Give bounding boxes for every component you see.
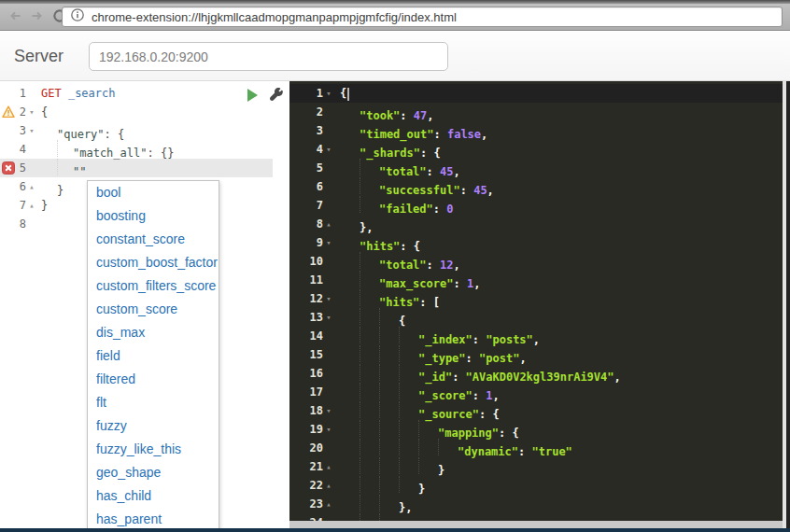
response-line[interactable]: 3"timed_out": false, bbox=[289, 121, 783, 140]
response-line[interactable]: 14"_index": "posts", bbox=[289, 327, 783, 345]
response-line[interactable]: 4▾"_shards": { bbox=[289, 140, 783, 159]
fold-up-icon[interactable]: ▴ bbox=[323, 457, 334, 476]
response-line[interactable]: 8▴}, bbox=[289, 215, 783, 233]
autocomplete-item[interactable]: filtered bbox=[88, 368, 219, 391]
response-line[interactable]: 20"dynamic": "true" bbox=[289, 439, 783, 457]
server-input[interactable] bbox=[89, 42, 448, 71]
response-line[interactable]: 7"failed": 0 bbox=[289, 196, 783, 215]
browser-chrome: chrome-extension://lhjgkmllcaadmopgmanpa… bbox=[0, 0, 790, 31]
line-number: 6 bbox=[20, 177, 26, 196]
request-line[interactable]: 2▾{ bbox=[0, 103, 273, 121]
autocomplete-item[interactable]: geo_shape bbox=[88, 461, 219, 484]
server-label: Server bbox=[14, 47, 63, 66]
page-info-icon[interactable] bbox=[70, 7, 85, 26]
response-line[interactable]: 9▾"hits": { bbox=[289, 233, 783, 252]
autocomplete-dropdown: boolboostingconstant_scorecustom_boost_f… bbox=[87, 180, 219, 529]
line-number: 12 bbox=[310, 289, 323, 308]
autocomplete-item[interactable]: dis_max bbox=[88, 321, 219, 344]
fold-down-icon[interactable]: ▾ bbox=[26, 121, 37, 140]
response-line[interactable]: 6"successful": 45, bbox=[289, 177, 783, 196]
window-right-border bbox=[786, 81, 790, 532]
fold-up-icon[interactable]: ▴ bbox=[26, 177, 37, 196]
response-line[interactable]: 24▾{ bbox=[289, 513, 783, 521]
request-line[interactable]: 5"" bbox=[0, 159, 273, 177]
response-line[interactable]: 22▴} bbox=[289, 476, 783, 495]
autocomplete-item[interactable]: boosting bbox=[88, 204, 219, 228]
autocomplete-item[interactable]: bool bbox=[88, 181, 219, 204]
autocomplete-item[interactable]: fuzzy_like_this bbox=[88, 438, 219, 461]
fold-down-icon[interactable]: ▾ bbox=[323, 513, 334, 521]
fold-down-icon[interactable]: ▾ bbox=[26, 103, 37, 121]
window-top-edge bbox=[0, 0, 790, 4]
line-number: 8 bbox=[317, 215, 323, 233]
response-line[interactable]: 16"_id": "AVaKD0V2kgl39nrAi9V4", bbox=[289, 364, 783, 383]
response-line[interactable]: 23▴}, bbox=[289, 495, 783, 513]
response-line[interactable]: 10"total": 12, bbox=[289, 252, 783, 271]
fold-down-icon[interactable]: ▾ bbox=[323, 289, 334, 308]
line-number: 3 bbox=[20, 121, 26, 140]
line-number: 1 bbox=[20, 84, 26, 103]
response-line[interactable]: 15"_type": "post", bbox=[289, 345, 783, 364]
response-line[interactable]: 13▾{ bbox=[289, 308, 783, 327]
response-line[interactable]: 18▾"_source": { bbox=[289, 401, 783, 420]
autocomplete-item[interactable]: constant_score bbox=[88, 228, 219, 251]
line-number: 2 bbox=[317, 103, 323, 121]
response-line[interactable]: 17"_score": 1, bbox=[289, 383, 783, 401]
line-number: 1 bbox=[317, 84, 323, 103]
response-line[interactable]: 11"max_score": 1, bbox=[289, 271, 783, 289]
fold-down-icon[interactable]: ▾ bbox=[323, 233, 334, 252]
line-number: 14 bbox=[310, 327, 323, 345]
fold-up-icon[interactable]: ▴ bbox=[323, 476, 334, 495]
autocomplete-item[interactable]: field bbox=[88, 344, 219, 368]
request-line[interactable]: 4"match_all": {} bbox=[0, 140, 273, 159]
line-number: 2 bbox=[20, 103, 26, 121]
response-line[interactable]: 1▾{ bbox=[289, 84, 783, 103]
line-number: 7 bbox=[317, 196, 323, 215]
back-icon[interactable] bbox=[6, 6, 24, 26]
fold-down-icon[interactable]: ▾ bbox=[323, 140, 334, 159]
line-number: 20 bbox=[310, 439, 323, 457]
fold-up-icon[interactable]: ▴ bbox=[323, 215, 334, 233]
response-line[interactable]: 2"took": 47, bbox=[289, 103, 783, 121]
workspace: 1GET _search2▾{3▾"query": {4"match_all":… bbox=[0, 81, 790, 532]
response-line[interactable]: 12▾"hits": [ bbox=[289, 289, 783, 308]
forward-icon[interactable] bbox=[28, 6, 47, 26]
autocomplete-item[interactable]: custom_filters_score bbox=[88, 274, 219, 298]
server-toolbar: Server bbox=[0, 32, 790, 81]
line-number: 13 bbox=[310, 308, 323, 327]
send-request-icon[interactable] bbox=[247, 89, 258, 102]
fold-down-icon[interactable]: ▾ bbox=[323, 84, 334, 103]
request-line[interactable]: 1GET _search bbox=[0, 84, 273, 103]
url-text: chrome-extension://lhjgkmllcaadmopgmanpa… bbox=[92, 10, 457, 24]
line-number: 4 bbox=[317, 140, 323, 159]
window-bottom-edge bbox=[0, 528, 790, 532]
response-line[interactable]: 5"total": 45, bbox=[289, 159, 783, 177]
response-panel[interactable]: 1▾{2"took": 47,3"timed_out": false,4▾"_s… bbox=[289, 81, 783, 521]
line-number: 23 bbox=[310, 495, 323, 513]
fold-up-icon[interactable]: ▴ bbox=[26, 196, 37, 215]
autocomplete-item[interactable]: fuzzy bbox=[88, 414, 219, 438]
response-line[interactable]: 19▾"mapping": { bbox=[289, 420, 783, 439]
line-number: 6 bbox=[317, 177, 323, 196]
line-number: 3 bbox=[317, 121, 323, 140]
fold-down-icon[interactable]: ▾ bbox=[323, 401, 334, 420]
autocomplete-item[interactable]: has_child bbox=[88, 484, 219, 508]
autocomplete-item[interactable]: flt bbox=[88, 391, 219, 414]
autocomplete-item[interactable]: has_parent bbox=[88, 508, 219, 529]
response-line[interactable]: 21▴} bbox=[289, 457, 783, 476]
line-number: 10 bbox=[310, 252, 323, 271]
settings-wrench-icon[interactable] bbox=[269, 87, 284, 102]
line-number: 17 bbox=[310, 383, 323, 401]
line-number: 19 bbox=[310, 420, 323, 439]
request-line[interactable]: 3▾"query": { bbox=[0, 121, 273, 140]
autocomplete-item[interactable]: custom_boost_factor bbox=[88, 251, 219, 274]
line-number: 11 bbox=[310, 271, 323, 289]
line-number: 5 bbox=[317, 159, 323, 177]
autocomplete-item[interactable]: custom_score bbox=[88, 298, 219, 321]
line-number: 7 bbox=[20, 196, 26, 215]
fold-down-icon[interactable]: ▾ bbox=[323, 420, 334, 439]
fold-down-icon[interactable]: ▾ bbox=[323, 308, 334, 327]
url-bar[interactable]: chrome-extension://lhjgkmllcaadmopgmanpa… bbox=[62, 7, 783, 27]
fold-up-icon[interactable]: ▴ bbox=[323, 495, 334, 513]
line-number: 8 bbox=[20, 215, 26, 233]
